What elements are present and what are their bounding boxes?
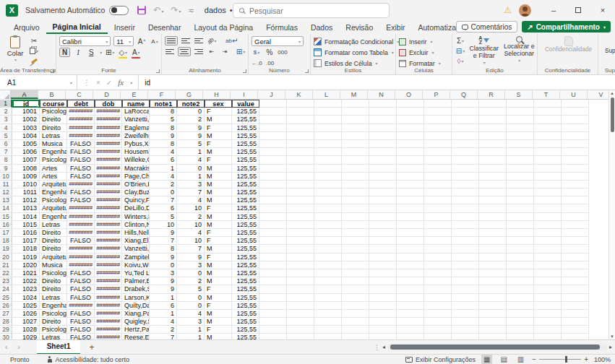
cell[interactable]: Winters,R bbox=[122, 213, 150, 221]
cell[interactable]: F bbox=[205, 108, 232, 116]
cell[interactable] bbox=[452, 294, 479, 302]
cell[interactable] bbox=[259, 108, 287, 116]
cell[interactable]: Macrakis,S bbox=[122, 165, 150, 173]
cell[interactable]: F bbox=[205, 254, 232, 261]
cell[interactable]: 0 bbox=[150, 188, 177, 196]
scroll-down-icon[interactable]: ▼ bbox=[610, 334, 614, 339]
cell[interactable] bbox=[534, 302, 562, 310]
zoom-in-button[interactable]: + bbox=[584, 355, 588, 363]
cell[interactable]: F bbox=[205, 285, 232, 293]
cell[interactable]: 125,55 bbox=[232, 181, 259, 188]
row-header-26[interactable]: 26 bbox=[0, 302, 12, 310]
cell[interactable]: Page,Chel bbox=[122, 173, 150, 181]
cell[interactable] bbox=[562, 269, 589, 277]
tab-layout-da-página[interactable]: Layout da Página bbox=[187, 20, 259, 34]
cell[interactable]: Quincy,Fil bbox=[122, 196, 150, 204]
cell[interactable] bbox=[452, 116, 479, 124]
cell[interactable] bbox=[287, 318, 314, 326]
cell[interactable]: 1021 bbox=[12, 269, 40, 277]
cell[interactable]: Direito bbox=[40, 124, 67, 132]
cell[interactable] bbox=[369, 181, 397, 188]
cell[interactable] bbox=[424, 302, 452, 310]
cell[interactable]: ######## bbox=[67, 116, 95, 124]
cell[interactable] bbox=[287, 124, 314, 132]
cell[interactable] bbox=[452, 318, 479, 326]
cell[interactable] bbox=[507, 254, 534, 261]
cell[interactable]: 1028 bbox=[12, 326, 40, 334]
share-button[interactable]: ↗ Compartilhamento ▾ bbox=[522, 21, 611, 32]
cell[interactable]: ######## bbox=[95, 132, 122, 140]
row-header-23[interactable]: 23 bbox=[0, 277, 12, 285]
cell[interactable]: FALSO bbox=[67, 285, 95, 293]
cell[interactable]: ######## bbox=[95, 108, 122, 116]
cell[interactable]: F bbox=[205, 124, 232, 132]
cell[interactable]: Psicologia bbox=[40, 269, 67, 277]
format-painter-button[interactable] bbox=[29, 56, 39, 66]
cell[interactable]: ######## bbox=[95, 245, 122, 253]
cell[interactable]: 1011 bbox=[12, 188, 40, 196]
cell[interactable]: F bbox=[205, 237, 232, 245]
cell[interactable]: ######## bbox=[95, 124, 122, 132]
cell[interactable] bbox=[452, 310, 479, 318]
cell[interactable]: Yu,Ted L. bbox=[122, 269, 150, 277]
cell[interactable] bbox=[259, 326, 287, 334]
cell[interactable]: Vanzetti,L bbox=[122, 116, 150, 124]
cell[interactable]: course bbox=[40, 100, 67, 108]
cell[interactable] bbox=[479, 213, 507, 221]
cell[interactable] bbox=[287, 285, 314, 293]
cell[interactable]: 125,55 bbox=[232, 188, 259, 196]
cell[interactable]: ######## bbox=[95, 116, 122, 124]
row-header-21[interactable]: 21 bbox=[0, 261, 12, 269]
warning-icon[interactable]: ⚠ bbox=[504, 5, 512, 15]
cell[interactable]: 6 bbox=[150, 302, 177, 310]
cell[interactable] bbox=[397, 254, 424, 261]
cell[interactable] bbox=[562, 326, 589, 334]
cell[interactable] bbox=[534, 318, 562, 326]
cell[interactable] bbox=[397, 277, 424, 285]
cell[interactable]: 1001 bbox=[12, 108, 40, 116]
cell[interactable] bbox=[314, 221, 342, 229]
cell[interactable] bbox=[342, 213, 369, 221]
cell[interactable] bbox=[534, 334, 562, 339]
column-header-S[interactable]: S bbox=[505, 90, 533, 99]
cell[interactable] bbox=[397, 173, 424, 181]
delete-cells-button[interactable]: Excluir▾ bbox=[399, 47, 450, 58]
cell[interactable] bbox=[562, 277, 589, 285]
cell[interactable]: ######## bbox=[95, 310, 122, 318]
cell[interactable] bbox=[342, 302, 369, 310]
cell[interactable]: 125,55 bbox=[232, 237, 259, 245]
cell[interactable]: 125,55 bbox=[232, 148, 259, 156]
cell[interactable]: LaRocca,A bbox=[122, 108, 150, 116]
cell[interactable] bbox=[287, 132, 314, 140]
cell[interactable]: Psicologia bbox=[40, 310, 67, 318]
cell[interactable] bbox=[369, 285, 397, 293]
cell[interactable] bbox=[534, 269, 562, 277]
cell[interactable] bbox=[507, 237, 534, 245]
cell[interactable] bbox=[424, 173, 452, 181]
cell[interactable] bbox=[562, 261, 589, 269]
cell[interactable] bbox=[507, 124, 534, 132]
cell[interactable]: Engenhari bbox=[40, 188, 67, 196]
cell[interactable]: 1006 bbox=[12, 148, 40, 156]
cell[interactable] bbox=[314, 277, 342, 285]
cell[interactable]: ######## bbox=[95, 196, 122, 204]
cell[interactable]: Arquitetu bbox=[40, 254, 67, 261]
cell[interactable] bbox=[397, 132, 424, 140]
cell[interactable] bbox=[287, 245, 314, 253]
cell[interactable] bbox=[397, 165, 424, 173]
cell[interactable] bbox=[314, 124, 342, 132]
cell[interactable]: Psicologia bbox=[40, 156, 67, 164]
cell[interactable]: M bbox=[205, 310, 232, 318]
cell[interactable]: ######## bbox=[95, 148, 122, 156]
cell[interactable]: ######## bbox=[67, 204, 95, 212]
cell[interactable]: 4 bbox=[177, 156, 205, 164]
cell[interactable] bbox=[507, 318, 534, 326]
cell[interactable] bbox=[314, 245, 342, 253]
cell[interactable]: 10 bbox=[150, 221, 177, 229]
cell[interactable] bbox=[342, 261, 369, 269]
search-input[interactable] bbox=[249, 6, 365, 15]
cell[interactable]: 1027 bbox=[12, 318, 40, 326]
cell[interactable] bbox=[314, 132, 342, 140]
row-header-4[interactable]: 4 bbox=[0, 124, 12, 132]
cell[interactable] bbox=[287, 294, 314, 302]
